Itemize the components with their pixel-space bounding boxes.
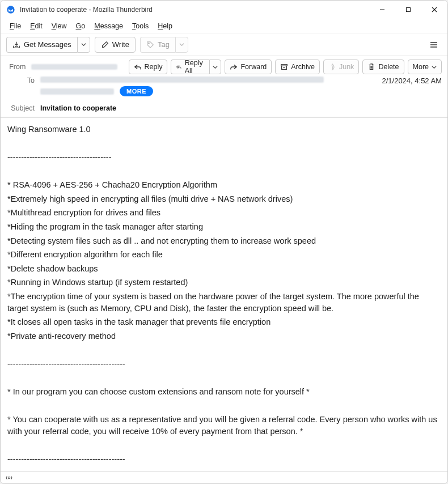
maximize-button[interactable] [395, 1, 421, 19]
body-line: Wing Ransomware 1.0 [7, 124, 441, 135]
forward-button[interactable]: Forward [225, 60, 272, 74]
body-line: -------------------------------------- [7, 151, 441, 163]
svg-point-5 [148, 43, 149, 44]
write-label: Write [112, 40, 129, 49]
more-recipients-chip[interactable]: MORE [120, 86, 153, 96]
get-messages-button[interactable]: Get Messages [6, 37, 77, 53]
from-value-redacted [31, 64, 117, 70]
get-messages-dropdown[interactable] [77, 37, 90, 53]
trash-icon [367, 63, 375, 71]
menu-tools[interactable]: Tools [128, 20, 153, 32]
tag-icon [146, 41, 154, 49]
archive-button[interactable]: Archive [275, 60, 320, 74]
junk-button[interactable]: Junk [323, 60, 359, 74]
pencil-icon [101, 41, 109, 49]
junk-label: Junk [339, 63, 354, 71]
reply-icon [134, 63, 142, 71]
toolbar: Get Messages Write Tag [1, 33, 447, 56]
to-value-redacted-2 [40, 88, 114, 95]
forward-label: Forward [240, 63, 267, 71]
subject-value: Invitation to cooperate [40, 104, 116, 112]
more-button[interactable]: More [408, 60, 442, 74]
action-buttons: Reply Reply All Forward [129, 60, 442, 74]
message-body: Wing Ransomware 1.0 --------------------… [1, 118, 447, 471]
from-label: From [6, 63, 26, 71]
message-header: From Reply Reply All [1, 56, 447, 118]
chevron-down-icon [432, 65, 437, 70]
close-button[interactable] [421, 1, 447, 19]
menu-view[interactable]: View [47, 20, 71, 32]
get-messages-label: Get Messages [24, 40, 71, 49]
archive-icon [280, 63, 288, 71]
svg-rect-9 [281, 65, 288, 66]
reply-all-dropdown[interactable] [209, 60, 221, 74]
message-date: 2/1/2024, 4:52 AM [382, 77, 442, 85]
subject-label: Subject [6, 104, 35, 112]
forward-icon [230, 63, 238, 71]
menu-message[interactable]: Message [90, 20, 128, 32]
menu-edit[interactable]: Edit [26, 20, 47, 32]
tag-label: Tag [158, 40, 170, 49]
thunderbird-icon [6, 5, 15, 14]
body-line: ----------------------------------------… [7, 358, 441, 370]
tag-dropdown[interactable] [175, 37, 188, 53]
body-line: *Detecting system files such as dll .. a… [7, 235, 441, 247]
svg-point-0 [7, 6, 14, 13]
chevron-down-icon [179, 42, 184, 47]
to-row: To MORE 2/1/2024, 4:52 AM [1, 75, 447, 100]
menu-go[interactable]: Go [71, 20, 90, 32]
body-line: * In our program you can choose custom e… [7, 386, 441, 398]
hamburger-icon [429, 40, 438, 49]
to-value-redacted [40, 77, 324, 83]
tag-button[interactable]: Tag [140, 37, 175, 53]
inbox-icon [12, 41, 20, 49]
svg-rect-2 [407, 8, 411, 12]
reply-all-button[interactable]: Reply All [171, 60, 209, 74]
body-line: * RSA-4096 + AES-256 + Chacha20 Encrypti… [7, 179, 441, 191]
archive-label: Archive [291, 63, 315, 71]
remote-content-icon[interactable] [5, 474, 13, 482]
from-row: From Reply Reply All [1, 56, 447, 75]
more-label: More [413, 63, 429, 71]
titlebar: Invitation to cooperate - Mozilla Thunde… [1, 1, 447, 19]
delete-button[interactable]: Delete [362, 60, 404, 74]
app-window: Invitation to cooperate - Mozilla Thunde… [0, 0, 448, 484]
body-line: *Private anti-recovery method [7, 330, 441, 342]
reply-button[interactable]: Reply [129, 60, 168, 74]
body-line: ----------------------------------------… [7, 453, 441, 465]
window-title: Invitation to cooperate - Mozilla Thunde… [20, 6, 153, 14]
body-line: *It closes all open tasks in the task ma… [7, 316, 441, 328]
menubar: File Edit View Go Message Tools Help [1, 19, 447, 33]
reply-all-icon [176, 63, 181, 71]
reply-all-label: Reply All [185, 59, 205, 75]
reply-label: Reply [145, 63, 163, 71]
chevron-down-icon [213, 65, 218, 70]
body-line: *Extremely high speed in encrypting all … [7, 193, 441, 205]
statusbar [1, 471, 447, 483]
svg-point-10 [8, 477, 10, 479]
minimize-button[interactable] [369, 1, 395, 19]
write-button[interactable]: Write [95, 37, 136, 53]
app-menu-button[interactable] [426, 37, 442, 53]
subject-row: Subject Invitation to cooperate [1, 100, 447, 117]
body-line: *Different encryption algorithm for each… [7, 249, 441, 261]
menu-file[interactable]: File [5, 20, 26, 32]
flame-icon [328, 63, 336, 71]
body-line: *Hiding the program in the task manager … [7, 221, 441, 233]
chevron-down-icon [81, 42, 86, 47]
body-line: *The encryption time of your system is b… [7, 291, 441, 314]
body-line: *Running in Windows startup (if system r… [7, 277, 441, 288]
body-line: * You can cooperate with us as a represe… [7, 414, 441, 437]
menu-help[interactable]: Help [153, 20, 177, 32]
body-line: *Multithread encryption for drives and f… [7, 207, 441, 219]
body-line: *Delete shadow backups [7, 263, 441, 275]
to-label: To [6, 77, 35, 84]
delete-label: Delete [378, 63, 399, 71]
